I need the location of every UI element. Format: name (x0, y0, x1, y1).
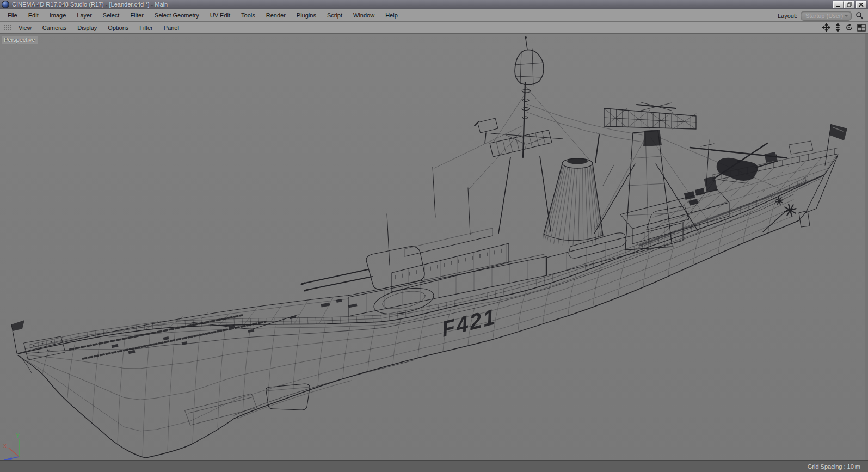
menu-plugins[interactable]: Plugins (291, 10, 322, 20)
window-controls (833, 1, 866, 8)
restore-icon (847, 2, 852, 7)
grid-spacing-readout: Grid Spacing : 10 m (808, 463, 860, 470)
ship-wireframe-model: F421 Y X (0, 34, 868, 461)
aft-deckhouse (547, 223, 683, 275)
viewmenu-cameras[interactable]: Cameras (37, 23, 72, 33)
propeller-shaft (763, 210, 787, 232)
menu-layer[interactable]: Layer (71, 10, 97, 20)
propeller (783, 203, 798, 218)
viewmenu-panel[interactable]: Panel (158, 23, 184, 33)
bridge-superstructure (348, 167, 714, 316)
pan-view-icon[interactable] (822, 23, 830, 32)
bow-jack-flag (11, 320, 24, 331)
title-bar: CINEMA 4D R17.048 Studio (R17) - [Leande… (0, 0, 868, 9)
ensign-flag (829, 124, 847, 140)
y-axis-label: Y (16, 433, 20, 439)
whip-antennas (387, 167, 470, 265)
menu-render[interactable]: Render (261, 10, 291, 20)
menu-tools[interactable]: Tools (236, 10, 261, 20)
menu-filter[interactable]: Filter (125, 10, 149, 20)
viewport-nav-icons (818, 23, 866, 32)
forecastle-deck (11, 280, 426, 360)
stern-details (763, 124, 847, 232)
toggle-panel-layout-icon[interactable] (857, 24, 866, 32)
menu-script[interactable]: Script (322, 10, 348, 20)
search-icon[interactable] (855, 11, 864, 20)
gun-turret (301, 247, 436, 318)
hull-longitudinal-lines (26, 194, 793, 431)
menu-uv-edit[interactable]: UV Edit (205, 10, 236, 20)
menu-select-geometry[interactable]: Select Geometry (149, 10, 205, 20)
funnel-cap (567, 158, 588, 164)
menu-file[interactable]: File (2, 10, 23, 20)
x-axis-label: X (3, 443, 7, 449)
viewmenu-options[interactable]: Options (102, 23, 134, 33)
menu-select[interactable]: Select (97, 10, 125, 20)
viewport-canvas[interactable]: Perspective (0, 34, 868, 460)
layout-dropdown-value: Startup (User) (801, 13, 843, 19)
window-title: CINEMA 4D R17.048 Studio (R17) - [Leande… (12, 1, 168, 8)
chevron-down-icon (844, 15, 848, 17)
close-button[interactable] (856, 1, 866, 8)
minimize-button[interactable] (833, 1, 844, 8)
close-icon (859, 3, 864, 7)
main-menu-bar: File Edit Image Layer Select Filter Sele… (0, 9, 868, 22)
viewport-menu-bar: View Cameras Display Options Filter Pane… (0, 22, 868, 34)
bedstead-radar-antenna (604, 102, 696, 129)
gun-director (478, 118, 498, 133)
viewmenu-filter[interactable]: Filter (134, 23, 158, 33)
axis-gizmo: Y X (2, 433, 20, 461)
rotate-view-icon[interactable] (845, 23, 853, 32)
hull-frame-lines (42, 200, 776, 456)
menu-image[interactable]: Image (44, 10, 72, 20)
funnel (543, 133, 603, 246)
forecastle-deck-lines (44, 297, 333, 348)
layout-dropdown[interactable]: Startup (User) (801, 11, 852, 21)
cinema4d-logo-icon (2, 1, 9, 8)
zoom-view-icon[interactable] (834, 23, 841, 32)
x-axis (9, 448, 19, 457)
helicopter-body (717, 158, 758, 181)
menu-edit[interactable]: Edit (23, 10, 44, 20)
viewmenu-display[interactable]: Display (72, 23, 102, 33)
viewmenu-view[interactable]: View (13, 23, 37, 33)
masthead-radome-cage (515, 50, 544, 84)
gun-barrels (305, 269, 372, 290)
foremast (475, 36, 563, 234)
menu-help[interactable]: Help (380, 10, 403, 20)
status-bar: Grid Spacing : 10 m (0, 460, 868, 472)
menu-window[interactable]: Window (348, 10, 380, 20)
restore-button[interactable] (844, 1, 854, 8)
layout-cluster: Layout: Startup (User) (778, 9, 864, 22)
minimize-icon (836, 3, 841, 7)
toolbar-grip-handle[interactable] (3, 24, 11, 31)
layout-label: Layout: (778, 13, 797, 19)
helicopter (690, 143, 787, 183)
